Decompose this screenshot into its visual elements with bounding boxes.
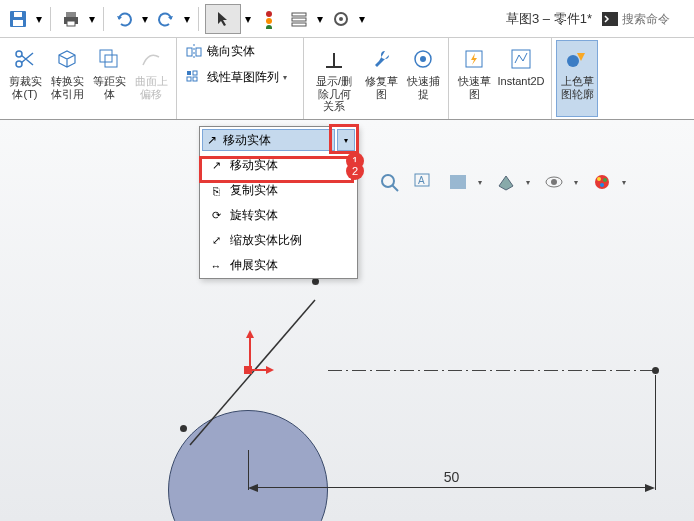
circle-point[interactable]: [312, 278, 319, 285]
offset-button[interactable]: 等距实 体: [88, 40, 130, 117]
svg-rect-10: [292, 18, 306, 21]
lightning-icon: [460, 45, 488, 73]
svg-point-39: [551, 179, 557, 185]
settings-dropdown[interactable]: ▾: [357, 12, 367, 26]
svg-rect-9: [292, 13, 306, 16]
rebuild-icon[interactable]: [255, 5, 283, 33]
annotation-box-1: [329, 124, 359, 154]
dd-rotate[interactable]: ⟳旋转实体: [200, 203, 357, 228]
command-prompt-icon: [602, 12, 618, 26]
svg-rect-14: [602, 12, 618, 26]
svg-rect-18: [105, 55, 117, 67]
svg-line-34: [392, 185, 398, 191]
curve-offset-button: 曲面上 偏移: [130, 40, 172, 117]
target-icon: [409, 45, 437, 73]
hide-show-icon[interactable]: [540, 170, 568, 194]
svg-rect-22: [193, 71, 197, 75]
svg-rect-21: [187, 71, 191, 75]
svg-rect-20: [196, 48, 201, 56]
svg-rect-28: [512, 50, 530, 68]
zoom-fit-icon[interactable]: [376, 170, 404, 194]
save-dropdown[interactable]: ▾: [34, 12, 44, 26]
search-command[interactable]: [602, 12, 690, 26]
hide-show-dropdown[interactable]: ▾: [574, 178, 582, 187]
wrench-icon: [367, 45, 395, 73]
svg-rect-17: [100, 50, 112, 62]
move-button[interactable]: [181, 91, 299, 117]
document-title: 草图3 – 零件1*: [506, 10, 592, 28]
search-input[interactable]: [622, 12, 682, 26]
scissors-icon: [11, 45, 39, 73]
extension-line: [655, 375, 656, 490]
snap-button[interactable]: 快速捕 捉: [402, 40, 444, 117]
annotation-number-2: 2: [346, 162, 364, 180]
view-orient-dropdown[interactable]: ▾: [478, 178, 486, 187]
redo-dropdown[interactable]: ▾: [182, 12, 192, 26]
curve-offset-icon: [137, 45, 165, 73]
svg-rect-1: [13, 20, 23, 26]
centerline-h: [328, 370, 658, 371]
dropdown-header[interactable]: ↗ 移动实体: [202, 129, 335, 151]
x-axis-arrow: [248, 364, 276, 376]
svg-rect-5: [67, 21, 75, 26]
svg-point-13: [339, 17, 343, 21]
svg-rect-2: [14, 12, 22, 17]
repair-button[interactable]: 修复草 图: [360, 40, 402, 117]
dimension[interactable]: 50: [248, 475, 655, 495]
dd-stretch[interactable]: ↔伸展实体: [200, 253, 357, 278]
options-icon[interactable]: [285, 5, 313, 33]
svg-point-29: [567, 55, 579, 67]
svg-point-6: [266, 11, 272, 17]
redo-icon[interactable]: [152, 5, 180, 33]
undo-icon[interactable]: [110, 5, 138, 33]
circle-point[interactable]: [180, 425, 187, 432]
svg-point-8: [266, 25, 272, 29]
print-dropdown[interactable]: ▾: [87, 12, 97, 26]
display-style-icon[interactable]: [492, 170, 520, 194]
svg-point-41: [597, 177, 601, 181]
svg-rect-19: [187, 48, 192, 56]
save-icon[interactable]: [4, 5, 32, 33]
appearance-icon[interactable]: [588, 170, 616, 194]
appearance-dropdown[interactable]: ▾: [622, 178, 630, 187]
svg-point-16: [16, 61, 22, 67]
svg-point-42: [603, 178, 607, 182]
view-orient-icon[interactable]: [444, 170, 472, 194]
endpoint[interactable]: [652, 367, 659, 374]
svg-rect-37: [450, 175, 466, 189]
svg-rect-24: [193, 77, 197, 81]
print-icon[interactable]: [57, 5, 85, 33]
options-dropdown[interactable]: ▾: [315, 12, 325, 26]
scale-icon: ⤢: [208, 233, 224, 249]
offset-icon: [95, 45, 123, 73]
select-tool[interactable]: [205, 4, 241, 34]
zoom-area-icon[interactable]: A: [410, 170, 438, 194]
svg-rect-4: [66, 12, 76, 17]
svg-point-43: [600, 183, 604, 187]
annotation-box-2: [199, 156, 354, 183]
pattern-icon: [185, 69, 203, 87]
top-toolbar: ▾ ▾ ▾ ▾ ▾ ▾ ▾ 草图3 – 零件1*: [0, 0, 694, 38]
select-dropdown[interactable]: ▾: [243, 12, 253, 26]
view-toolbar: A ▾ ▾ ▾ ▾: [376, 170, 630, 194]
settings-icon[interactable]: [327, 5, 355, 33]
ribbon: 剪裁实 体(T) 转换实 体引用 等距实 体 曲面上 偏移 镜向实体 线性草图阵…: [0, 38, 694, 120]
svg-rect-23: [187, 77, 191, 81]
shaded-icon: [563, 45, 591, 73]
mirror-button[interactable]: 镜向实体: [181, 40, 299, 64]
stretch-icon: ↔: [208, 258, 224, 274]
instant2d-button[interactable]: Instant2D: [495, 40, 547, 117]
dd-scale[interactable]: ⤢缩放实体比例: [200, 228, 357, 253]
trim-button[interactable]: 剪裁实 体(T): [4, 40, 46, 117]
svg-text:A: A: [418, 175, 425, 186]
quick-sketch-button[interactable]: 快速草 图: [453, 40, 495, 117]
pattern-button[interactable]: 线性草图阵列▾: [181, 66, 299, 90]
shaded-sketch-button[interactable]: 上色草 图轮廓: [556, 40, 598, 117]
dimension-value: 50: [436, 469, 468, 485]
relations-button[interactable]: 显示/删 除几何 关系: [308, 40, 360, 117]
convert-button[interactable]: 转换实 体引用: [46, 40, 88, 117]
copy-icon: ⎘: [208, 183, 224, 199]
display-style-dropdown[interactable]: ▾: [526, 178, 534, 187]
undo-dropdown[interactable]: ▾: [140, 12, 150, 26]
svg-point-26: [420, 56, 426, 62]
